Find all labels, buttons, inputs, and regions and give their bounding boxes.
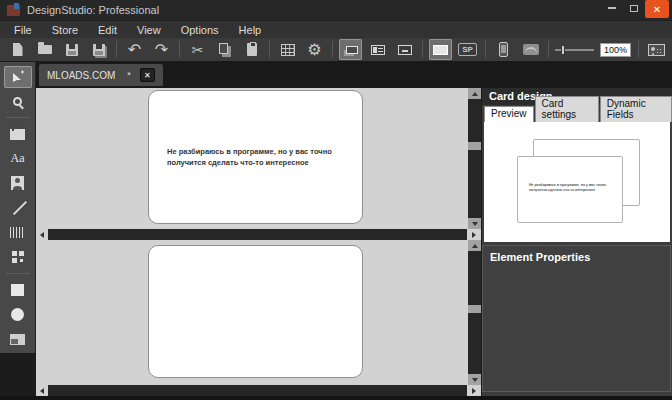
redo-button[interactable]: ↷ — [150, 39, 173, 60]
menu-help[interactable]: Help — [229, 21, 272, 39]
picture-tool[interactable] — [4, 328, 32, 350]
preview-card-text: Не разбираюсь в программе, но у вас точн… — [529, 183, 615, 194]
wallet-icon — [523, 44, 539, 55]
toolbar-separator — [116, 41, 117, 58]
scroll-right-button[interactable] — [467, 385, 481, 396]
menu-bar: File Store Edit View Options Help — [0, 20, 672, 38]
text-tool[interactable]: Aa — [4, 148, 32, 170]
scroll-down-icon — [472, 222, 478, 226]
save-all-button[interactable] — [87, 39, 110, 60]
card-back[interactable] — [148, 245, 363, 378]
scroll-thumb[interactable] — [468, 142, 481, 150]
preview-card-front: Не разбираюсь в программе, но у вас точн… — [517, 156, 623, 223]
tool-palette: Aa — [0, 62, 36, 353]
card-layout-icon — [371, 45, 385, 55]
scroll-right-button[interactable] — [467, 229, 481, 240]
scroll-track[interactable] — [48, 229, 467, 240]
zoom-level[interactable]: 100% — [600, 43, 631, 57]
select-tool[interactable] — [4, 66, 32, 88]
close-button[interactable]: ✕ — [645, 0, 669, 18]
scroll-up-icon — [472, 92, 478, 96]
undo-button[interactable]: ↶ — [123, 39, 146, 60]
scroll-track[interactable] — [468, 251, 481, 374]
vertical-scrollbar-back[interactable] — [468, 240, 481, 385]
scroll-left-button[interactable] — [36, 229, 48, 240]
tool-separator — [6, 117, 30, 118]
contact-card-button[interactable] — [645, 39, 668, 60]
scroll-left-icon — [40, 232, 44, 238]
tab-close-button[interactable]: ✕ — [140, 68, 155, 82]
rectangle-tool[interactable] — [4, 279, 32, 301]
vertical-scrollbar-front[interactable] — [468, 88, 481, 229]
card-text-element[interactable]: Не разбираюсь в программе, но у вас точн… — [167, 147, 345, 169]
tab-strip: MLOADS.COM * ✕ — [36, 62, 672, 88]
zoom-slider[interactable] — [555, 44, 594, 56]
minimize-button[interactable] — [601, 0, 623, 16]
scroll-track[interactable] — [468, 99, 481, 218]
open-folder-button[interactable] — [33, 39, 56, 60]
new-document-button[interactable] — [6, 39, 29, 60]
zoom-tool[interactable] — [4, 91, 32, 113]
scroll-thumb[interactable] — [468, 305, 481, 313]
title-bar: DesignStudio: Professional ✕ — [0, 0, 672, 20]
open-folder-icon — [38, 45, 52, 54]
tab-mloads[interactable]: MLOADS.COM * ✕ — [39, 64, 163, 86]
undo-icon: ↶ — [128, 42, 141, 58]
horizontal-scrollbar-back[interactable] — [36, 385, 481, 396]
card-stack-button[interactable] — [339, 39, 362, 60]
menu-store[interactable]: Store — [42, 21, 88, 39]
copy-button[interactable] — [213, 39, 236, 60]
scroll-down-button[interactable] — [468, 218, 481, 229]
blank-card-button[interactable] — [429, 39, 452, 60]
settings-button[interactable]: ⚙ — [303, 39, 326, 60]
close-icon: ✕ — [653, 4, 661, 15]
scroll-down-button[interactable] — [468, 374, 481, 385]
image-tool[interactable] — [4, 123, 32, 145]
tool-separator — [6, 273, 30, 274]
text-icon: Aa — [11, 151, 25, 166]
portrait-tool[interactable] — [4, 173, 32, 195]
menu-edit[interactable]: Edit — [88, 21, 127, 39]
qrcode-tool[interactable] — [4, 246, 32, 268]
tab-modified-marker: * — [127, 70, 131, 80]
wallet-preview-button[interactable] — [519, 39, 542, 60]
barcode-tool[interactable] — [4, 222, 32, 244]
tab-preview[interactable]: Preview — [484, 106, 534, 122]
scroll-track[interactable] — [48, 385, 467, 396]
rectangle-icon — [11, 284, 24, 296]
canvas-front[interactable]: Не разбираюсь в программе, но у вас точн… — [36, 88, 468, 229]
menu-options[interactable]: Options — [171, 21, 229, 39]
horizontal-scrollbar-front[interactable] — [36, 229, 481, 240]
sp-button[interactable]: SP — [456, 39, 479, 60]
line-tool[interactable] — [4, 197, 32, 219]
paste-button[interactable] — [240, 39, 263, 60]
card-preview-area: Не разбираюсь в программе, но у вас точн… — [484, 122, 670, 242]
element-properties-panel: Element Properties — [482, 245, 671, 392]
grid-button[interactable] — [276, 39, 299, 60]
scroll-right-icon — [472, 232, 476, 238]
card-front[interactable]: Не разбираюсь в программе, но у вас точн… — [148, 90, 363, 224]
tab-card-settings[interactable]: Card settings — [535, 96, 599, 122]
scroll-up-button[interactable] — [468, 240, 481, 251]
zoom-slider-thumb[interactable] — [561, 45, 565, 55]
content-area: Aa MLOADS.COM * ✕ Не разбираюсь в програ… — [0, 62, 672, 400]
canvas-back[interactable] — [36, 240, 468, 385]
maximize-icon — [630, 5, 638, 12]
scroll-up-button[interactable] — [468, 88, 481, 99]
image-icon — [10, 129, 25, 140]
select-tool-icon — [10, 69, 26, 85]
cut-icon: ✂ — [192, 43, 204, 57]
card-layout-button[interactable] — [366, 39, 389, 60]
card-footer-button[interactable] — [393, 39, 416, 60]
menu-file[interactable]: File — [4, 21, 42, 39]
window-title: DesignStudio: Professional — [27, 4, 159, 16]
tab-dynamic-fields[interactable]: Dynamic Fields — [600, 96, 672, 122]
scroll-left-button[interactable] — [36, 385, 48, 396]
phone-preview-button[interactable] — [492, 39, 515, 60]
maximize-button[interactable] — [623, 0, 645, 16]
save-button[interactable] — [60, 39, 83, 60]
qrcode-icon — [12, 251, 24, 263]
ellipse-tool[interactable] — [4, 304, 32, 326]
menu-view[interactable]: View — [127, 21, 171, 39]
cut-button[interactable]: ✂ — [186, 39, 209, 60]
